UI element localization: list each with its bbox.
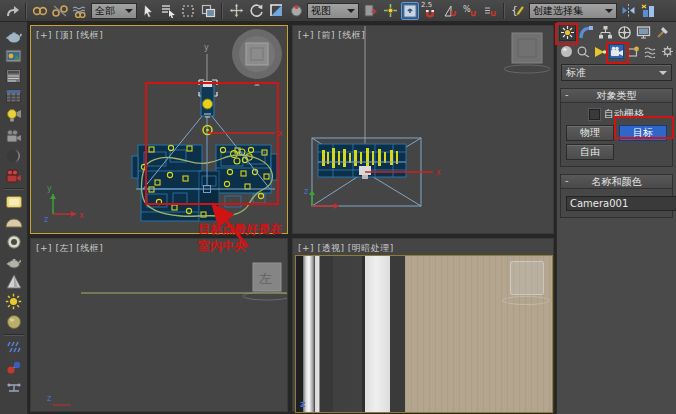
window-crossing-icon[interactable] bbox=[199, 2, 217, 20]
light-lister-icon[interactable] bbox=[3, 106, 25, 125]
collapse-icon[interactable]: - bbox=[565, 175, 569, 186]
cone-primitive-icon[interactable] bbox=[3, 272, 25, 291]
modify-tab[interactable] bbox=[578, 24, 595, 41]
cameras-category-icon[interactable] bbox=[609, 44, 624, 59]
render-frame-window-icon[interactable] bbox=[3, 66, 25, 85]
sphere-primitive-icon[interactable] bbox=[3, 312, 25, 331]
space-warps-category-icon[interactable] bbox=[643, 44, 658, 59]
select-and-link-icon[interactable] bbox=[31, 2, 49, 20]
viewport-top[interactable]: [+] [顶] [线框] bbox=[30, 25, 288, 234]
use-pivot-center-icon[interactable] bbox=[361, 2, 379, 20]
unlink-selection-icon[interactable] bbox=[51, 2, 69, 20]
edit-named-selection-sets-icon[interactable]: { bbox=[509, 2, 527, 20]
utilities-tab[interactable] bbox=[654, 24, 671, 41]
snap-mode-label: 2.5 bbox=[421, 1, 432, 9]
axis-tripod: z bbox=[304, 187, 339, 209]
select-and-manipulate-icon[interactable] bbox=[381, 2, 399, 20]
render-setup-icon[interactable] bbox=[3, 46, 25, 65]
reference-coordinate-system-dropdown[interactable]: 视图 bbox=[307, 3, 359, 19]
free-camera-button[interactable]: 自由 bbox=[566, 144, 614, 160]
mirror-icon[interactable] bbox=[619, 2, 637, 20]
viewport-left-label[interactable]: [+] [左] [线框] bbox=[36, 242, 103, 255]
sun-icon[interactable] bbox=[3, 292, 25, 311]
object-category-dropdown[interactable]: 标准 bbox=[561, 64, 672, 81]
svg-text:z: z bbox=[44, 215, 48, 224]
perspective-render-view[interactable]: z bbox=[295, 255, 553, 413]
select-and-move-icon[interactable] bbox=[227, 2, 245, 20]
custom-left-toolbar bbox=[0, 22, 28, 414]
svg-text:%: % bbox=[463, 5, 471, 14]
molecule-icon[interactable] bbox=[3, 358, 25, 377]
viewcube-perspective[interactable] bbox=[510, 261, 544, 295]
display-tab[interactable] bbox=[635, 24, 652, 41]
systems-category-icon[interactable] bbox=[660, 44, 675, 59]
gizmo-x-axis: x bbox=[208, 129, 283, 138]
angle-snap-icon[interactable] bbox=[441, 2, 459, 20]
redo-icon[interactable] bbox=[3, 2, 21, 20]
left-view-scene: 左 z bbox=[31, 239, 287, 411]
keyboard-shortcut-override-icon[interactable] bbox=[401, 2, 419, 20]
create-tab[interactable] bbox=[559, 24, 576, 41]
named-selection-sets-dropdown[interactable]: 创建选择集 bbox=[529, 3, 617, 19]
object-type-rollout-header[interactable]: - 对象类型 bbox=[561, 89, 672, 103]
separator bbox=[4, 188, 24, 190]
ring-primitive-icon[interactable] bbox=[3, 232, 25, 251]
3dsmax-window: 全部 视图 bbox=[0, 0, 676, 414]
command-panel: 标准 - 对象类型 自动栅格 物理 目标 自由 bbox=[556, 22, 676, 414]
viewport-perspective[interactable]: [+] [透视] [明暗处理] z bbox=[292, 238, 554, 412]
rectangular-selection-region-icon[interactable] bbox=[179, 2, 197, 20]
schematic-view-icon[interactable] bbox=[3, 86, 25, 105]
svg-text:x: x bbox=[79, 211, 84, 220]
named-selection-set-value: 创建选择集 bbox=[533, 4, 601, 18]
shapes-category-icon[interactable] bbox=[576, 44, 591, 59]
top-view-scene: y x bbox=[31, 26, 287, 233]
bind-to-space-warp-icon[interactable] bbox=[71, 2, 89, 20]
bone-icon[interactable] bbox=[3, 378, 25, 397]
svg-text:z: z bbox=[47, 394, 51, 403]
percent-snap-icon[interactable]: % bbox=[461, 2, 479, 20]
object-category-value: 标准 bbox=[566, 66, 586, 80]
name-color-rollout-header[interactable]: - 名称和颜色 bbox=[561, 175, 672, 189]
selection-filter-value: 全部 bbox=[95, 4, 121, 18]
collapse-icon[interactable]: - bbox=[565, 89, 569, 100]
select-and-rotate-icon[interactable] bbox=[247, 2, 265, 20]
object-name-input[interactable] bbox=[566, 196, 676, 211]
object-type-rollout-title: 对象类型 bbox=[597, 89, 637, 103]
render-teapot-icon[interactable] bbox=[3, 26, 25, 45]
particle-rain-icon[interactable] bbox=[3, 338, 25, 357]
geometry-category-icon[interactable] bbox=[559, 44, 574, 59]
viewport-perspective-label[interactable]: [+] [透视] [明暗处理] bbox=[298, 242, 394, 255]
spinner-snap-icon[interactable] bbox=[481, 2, 499, 20]
selection-filter-dropdown[interactable]: 全部 bbox=[91, 3, 137, 19]
viewport-top-label[interactable]: [+] [顶] [线框] bbox=[36, 29, 103, 42]
dome-primitive-icon[interactable] bbox=[3, 212, 25, 231]
shadow-sphere-icon[interactable] bbox=[3, 146, 25, 165]
video-camera-red-icon[interactable] bbox=[3, 166, 25, 185]
box-primitive-icon[interactable] bbox=[3, 192, 25, 211]
viewport-front-label[interactable]: [+] [前] [线框] bbox=[298, 29, 365, 42]
select-object-icon[interactable] bbox=[139, 2, 157, 20]
viewport-left[interactable]: [+] [左] [线框] 左 z bbox=[30, 238, 288, 412]
teapot-primitive-icon[interactable] bbox=[3, 252, 25, 271]
chevron-down-icon bbox=[125, 9, 133, 13]
physical-camera-button[interactable]: 物理 bbox=[566, 125, 614, 141]
align-icon[interactable] bbox=[639, 2, 657, 20]
target-camera-button[interactable]: 目标 bbox=[619, 125, 667, 141]
hierarchy-tab[interactable] bbox=[597, 24, 614, 41]
chevron-down-icon bbox=[605, 9, 613, 13]
coord-system-value: 视图 bbox=[311, 4, 343, 18]
lights-category-icon[interactable] bbox=[593, 44, 608, 59]
snap-toggle-2.5d-icon[interactable]: 2.5 bbox=[421, 2, 439, 20]
svg-text:z: z bbox=[304, 187, 308, 196]
select-by-name-icon[interactable] bbox=[159, 2, 177, 20]
motion-tab[interactable] bbox=[616, 24, 633, 41]
camera-icon[interactable] bbox=[3, 126, 25, 145]
helpers-category-icon[interactable] bbox=[626, 44, 641, 59]
axis-z-label: z bbox=[300, 399, 305, 409]
select-and-scale-icon[interactable] bbox=[267, 2, 285, 20]
svg-text:x: x bbox=[278, 129, 283, 138]
autogrid-label: 自动栅格 bbox=[604, 107, 644, 121]
viewport-front[interactable]: [+] [前] [线框] bbox=[292, 25, 554, 234]
select-and-place-icon[interactable] bbox=[287, 2, 305, 20]
autogrid-checkbox[interactable] bbox=[589, 109, 600, 120]
